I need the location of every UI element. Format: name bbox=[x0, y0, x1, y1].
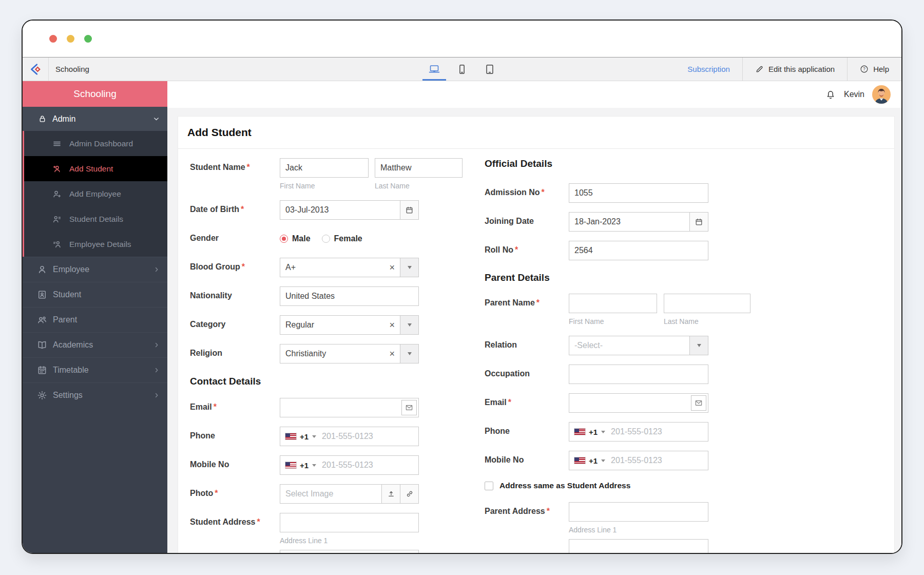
close-window-button[interactable] bbox=[49, 35, 57, 43]
address-same-checkbox[interactable] bbox=[485, 482, 493, 490]
calendar-icon bbox=[405, 206, 414, 215]
subscription-link[interactable]: Subscription bbox=[675, 57, 742, 81]
us-flag-icon bbox=[285, 433, 296, 439]
minimize-window-button[interactable] bbox=[67, 35, 74, 43]
sidebar-item-student[interactable]: Student bbox=[23, 282, 167, 307]
sidebar-item-add-employee[interactable]: Add Employee bbox=[24, 181, 167, 206]
last-name-hint: Last Name bbox=[664, 317, 750, 327]
settings-icon bbox=[37, 390, 47, 400]
occupation-input[interactable] bbox=[569, 365, 708, 384]
phone-preview-icon[interactable] bbox=[454, 57, 470, 81]
sidebar-item-settings[interactable]: Settings bbox=[23, 382, 167, 408]
help-button[interactable]: ? Help bbox=[847, 57, 901, 81]
parent-email-input[interactable] bbox=[569, 393, 708, 413]
photo-input[interactable] bbox=[280, 484, 382, 504]
avatar[interactable] bbox=[872, 85, 891, 104]
student-first-name-input[interactable] bbox=[280, 158, 369, 178]
sidebar-item-parent[interactable]: Parent bbox=[23, 307, 167, 332]
sidebar-item-employee-details[interactable]: Employee Details bbox=[24, 232, 167, 257]
sidebar-section-admin[interactable]: Admin bbox=[23, 107, 167, 131]
country-code-dropdown-icon[interactable] bbox=[601, 431, 605, 433]
phone-input[interactable]: +1 201-555-0123 bbox=[280, 427, 419, 446]
student-address-line2-input[interactable] bbox=[280, 550, 419, 554]
maximize-window-button[interactable] bbox=[84, 35, 92, 43]
required-asterisk: * bbox=[247, 163, 250, 171]
dropdown-button[interactable] bbox=[400, 315, 419, 335]
gender-row: Gender Male Female bbox=[190, 229, 477, 248]
edit-application-button[interactable]: Edit this application bbox=[742, 57, 847, 81]
mobile-input[interactable]: +1 201-555-0123 bbox=[280, 455, 419, 475]
parent-mobile-input[interactable]: +1 201-555-0123 bbox=[569, 451, 708, 470]
email-button[interactable] bbox=[401, 400, 417, 415]
roll-no-row: Roll No* bbox=[485, 241, 844, 260]
date-picker-button[interactable] bbox=[400, 200, 419, 220]
sidebar-item-student-details[interactable]: Student Details bbox=[24, 206, 167, 232]
parent-phone-input[interactable]: +1 201-555-0123 bbox=[569, 422, 708, 442]
sidebar-item-admin-dashboard[interactable]: Admin Dashboard bbox=[24, 131, 167, 156]
relation-select[interactable]: -Select- bbox=[569, 336, 690, 355]
gender-male-radio[interactable]: Male bbox=[280, 234, 311, 243]
field-label: Mobile No bbox=[190, 460, 229, 469]
desktop-preview-icon[interactable] bbox=[427, 57, 442, 81]
sidebar-item-employee[interactable]: Employee bbox=[23, 257, 167, 282]
chevron-right-icon bbox=[153, 367, 160, 374]
category-row: Category Regular × bbox=[190, 315, 477, 335]
section-heading-official-details: Official Details bbox=[485, 158, 844, 170]
sidebar-item-academics[interactable]: Academics bbox=[23, 332, 167, 357]
dropdown-button[interactable] bbox=[690, 336, 708, 355]
section-heading-parent-details: Parent Details bbox=[485, 272, 844, 284]
user-name[interactable]: Kevin bbox=[844, 90, 864, 99]
religion-select[interactable]: Christianity × bbox=[280, 344, 400, 363]
parent-address-line2-input[interactable] bbox=[569, 539, 708, 554]
date-picker-button[interactable] bbox=[690, 212, 708, 232]
required-asterisk: * bbox=[542, 188, 545, 197]
dropdown-button[interactable] bbox=[400, 258, 419, 277]
parent-address-line1-input[interactable] bbox=[569, 502, 708, 522]
field-label: Gender bbox=[190, 234, 219, 242]
sidebar: Schooling Admin Admin Dashboard bbox=[23, 81, 167, 554]
clear-icon[interactable]: × bbox=[389, 320, 395, 330]
parent-email-row: Email* bbox=[485, 393, 844, 413]
dropdown-arrow-icon bbox=[408, 266, 412, 269]
sidebar-item-timetable[interactable]: Timetable bbox=[23, 357, 167, 382]
country-code-dropdown-icon[interactable] bbox=[601, 459, 605, 462]
parent-phone-row: Phone +1 201-555-0123 bbox=[485, 422, 844, 442]
radio-unselected-icon bbox=[322, 235, 330, 243]
relation-row: Relation -Select- bbox=[485, 336, 844, 355]
parent-first-name-input[interactable] bbox=[569, 294, 657, 313]
notification-bell-icon[interactable] bbox=[825, 89, 836, 100]
first-name-hint: First Name bbox=[569, 317, 657, 327]
joining-date-input[interactable] bbox=[569, 212, 690, 232]
admission-no-input[interactable] bbox=[569, 183, 708, 203]
app-header: Kevin bbox=[167, 81, 901, 108]
field-label: Religion bbox=[190, 349, 222, 357]
country-code-dropdown-icon[interactable] bbox=[312, 464, 316, 467]
category-select[interactable]: Regular × bbox=[280, 315, 400, 335]
field-label: Mobile No bbox=[485, 455, 524, 464]
toolbar-right-actions: Subscription Edit this application ? Hel… bbox=[675, 57, 901, 81]
roll-no-input[interactable] bbox=[569, 241, 708, 260]
student-icon bbox=[37, 290, 47, 300]
country-code-dropdown-icon[interactable] bbox=[312, 435, 316, 438]
email-button[interactable] bbox=[691, 395, 706, 411]
tablet-preview-icon[interactable] bbox=[482, 57, 497, 81]
parent-last-name-input[interactable] bbox=[664, 294, 750, 313]
address-line1-hint: Address Line 1 bbox=[280, 536, 419, 546]
us-flag-icon bbox=[574, 429, 585, 435]
email-input[interactable] bbox=[280, 398, 419, 417]
sidebar-item-add-student[interactable]: Add Student bbox=[24, 156, 167, 181]
student-last-name-input[interactable] bbox=[375, 158, 463, 178]
clear-icon[interactable]: × bbox=[389, 263, 395, 272]
student-address-line1-input[interactable] bbox=[280, 513, 419, 532]
clear-icon[interactable]: × bbox=[389, 349, 395, 358]
blood-group-select[interactable]: A+ × bbox=[280, 258, 400, 277]
svg-text:?: ? bbox=[863, 67, 865, 71]
nationality-input[interactable] bbox=[280, 286, 419, 306]
gender-female-radio[interactable]: Female bbox=[322, 234, 362, 243]
upload-button[interactable] bbox=[382, 484, 400, 504]
link-button[interactable] bbox=[400, 484, 419, 504]
photo-row: Photo* bbox=[190, 484, 477, 504]
zoho-creator-logo[interactable] bbox=[23, 57, 49, 81]
dob-input[interactable] bbox=[280, 200, 400, 220]
dropdown-button[interactable] bbox=[400, 344, 419, 363]
